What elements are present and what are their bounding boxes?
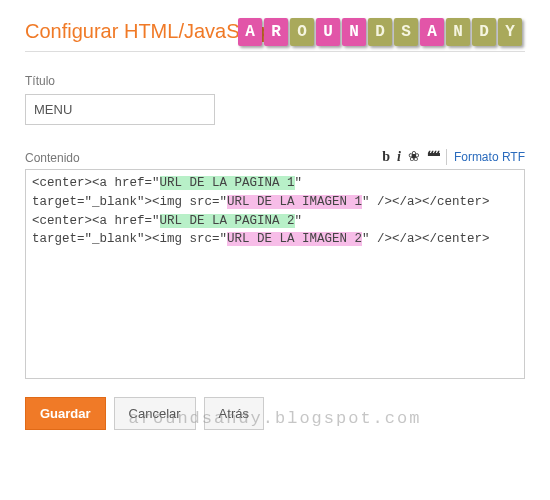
logo-tile: N [446, 18, 470, 46]
code-highlight: URL DE LA PAGINA 1 [160, 176, 295, 190]
rtf-format-link[interactable]: Formato RTF [454, 150, 525, 164]
code-text: <center><a href=" [32, 214, 160, 228]
save-button[interactable]: Guardar [25, 397, 106, 430]
logo-tile: A [420, 18, 444, 46]
title-label: Título [25, 74, 525, 88]
logo-tile: D [368, 18, 392, 46]
code-text: " /></a></center> [362, 232, 490, 246]
code-highlight: URL DE LA IMAGEN 2 [227, 232, 362, 246]
code-text: <center><a href=" [32, 176, 160, 190]
button-row: Guardar Cancelar Atrás [25, 397, 525, 430]
code-text: target="_blank"><img src=" [32, 195, 227, 209]
divider-line [25, 51, 525, 52]
logo-tile: Y [498, 18, 522, 46]
content-textarea[interactable]: <center><a href="URL DE LA PAGINA 1" tar… [25, 169, 525, 379]
quote-icon[interactable]: ❝❝ [427, 150, 439, 164]
italic-icon[interactable]: i [397, 150, 401, 164]
toolbar-divider [446, 149, 447, 165]
cancel-button[interactable]: Cancelar [114, 397, 196, 430]
code-highlight: URL DE LA IMAGEN 1 [227, 195, 362, 209]
logo-tile: D [472, 18, 496, 46]
title-input[interactable] [25, 94, 215, 125]
code-text: " [295, 176, 303, 190]
logo-tile: N [342, 18, 366, 46]
code-text: " [295, 214, 303, 228]
back-button[interactable]: Atrás [204, 397, 264, 430]
logo-tile: S [394, 18, 418, 46]
link-icon[interactable]: ❀ [408, 150, 420, 164]
logo-overlay: AROUNDSANDY [238, 18, 522, 46]
logo-tile: O [290, 18, 314, 46]
editor-toolbar: b i ❀ ❝❝ Formato RTF [382, 149, 525, 165]
bold-icon[interactable]: b [382, 150, 390, 164]
logo-tile: U [316, 18, 340, 46]
logo-tile: A [238, 18, 262, 46]
code-text: " /></a></center> [362, 195, 490, 209]
code-highlight: URL DE LA PAGINA 2 [160, 214, 295, 228]
code-text: target="_blank"><img src=" [32, 232, 227, 246]
content-label: Contenido [25, 151, 80, 165]
logo-tile: R [264, 18, 288, 46]
